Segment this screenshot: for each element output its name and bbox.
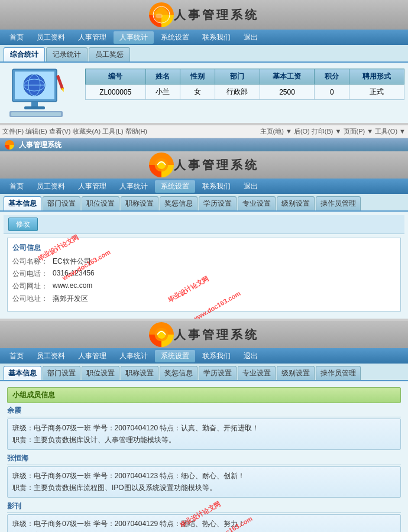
table-row[interactable]: ZL000005 小兰 女 行政部 2500 0 正式 [86, 85, 404, 100]
nav-employee-3[interactable]: 员工资料 [31, 350, 71, 362]
col-salary: 基本工资 [260, 69, 315, 85]
nav-hr-2[interactable]: 人事管理 [72, 180, 112, 193]
member-1: 张恒海 班级：电子商务07级一班 学号：20070404123 特点：细心、耐心… [7, 453, 401, 498]
panel-2: 文件(F) 编辑(E) 查看(V) 收藏夹(A) 工具(L) 帮助(H) 主页(… [0, 125, 408, 319]
tab-basic-info-3[interactable]: 基本信息 [4, 366, 41, 380]
tab-major-3[interactable]: 专业设置 [238, 366, 276, 380]
info-value-3: 燕郊开发区 [53, 294, 88, 304]
col-type: 聘用形式 [349, 69, 404, 85]
member-0: 余霞 班级：电子商务07级一班 学号：20070404120 特点：认真、勤奋、… [7, 406, 401, 450]
info-row-0: 公司名称： EC软件公司 [12, 257, 396, 267]
svg-rect-8 [31, 102, 38, 106]
cell-dept: 行政部 [215, 85, 260, 100]
col-name: 姓名 [145, 69, 180, 85]
col-dept: 部门 [215, 69, 260, 85]
navbar-2: 首页 员工资料 人事管理 人事统计 系统设置 联系我们 退出 [0, 179, 408, 194]
info-label-1: 公司电话： [12, 269, 48, 279]
header-title-1: 人事管理系统 [174, 7, 259, 23]
titlebar-text: 人事管理系统 [19, 140, 61, 150]
nav-home-2[interactable]: 首页 [4, 180, 30, 193]
info-value-0: EC软件公司 [53, 257, 91, 267]
col-id: 编号 [86, 69, 146, 85]
nav-contact-1[interactable]: 联系我们 [196, 31, 237, 44]
tab-edu[interactable]: 学历设置 [199, 196, 237, 210]
nav-contact-2[interactable]: 联系我们 [196, 180, 237, 193]
employee-table: 编号 姓名 性别 部门 基本工资 积分 聘用形式 ZL000005 小兰 女 行 [85, 69, 404, 100]
content-3: 小组成员信息 余霞 班级：电子商务07级一班 学号：20070404120 特点… [0, 381, 408, 532]
top-content-1: 编号 姓名 性别 部门 基本工资 积分 聘用形式 ZL000005 小兰 女 行 [0, 63, 408, 123]
nav-settings-1[interactable]: 系统设置 [155, 31, 195, 44]
tab-operator-3[interactable]: 操作员管理 [316, 366, 361, 380]
tab-title-3[interactable]: 职称设置 [121, 366, 158, 380]
nav-hr-1[interactable]: 人事管理 [72, 31, 112, 44]
company-info-box: 公司信息 公司名称： EC软件公司 公司电话： 0316-123456 公司网址… [7, 238, 401, 312]
titlebar: 人事管理系统 [0, 138, 408, 151]
nav-employee-2[interactable]: 员工资料 [31, 180, 71, 193]
browser-bar: 文件(F) 编辑(E) 查看(V) 收藏夹(A) 工具(L) 帮助(H) 主页(… [0, 125, 408, 138]
cell-gender: 女 [180, 85, 215, 100]
nav-stats-1[interactable]: 人事统计 [114, 31, 154, 44]
panel-1: 人事管理系统 首页 员工资料 人事管理 人事统计 系统设置 联系我们 退出 综合… [0, 0, 408, 123]
svg-rect-9 [24, 106, 45, 109]
nav-contact-3[interactable]: 联系我们 [196, 350, 237, 362]
nav-settings-2[interactable]: 系统设置 [155, 180, 195, 193]
company-info-title: 公司信息 [12, 243, 396, 253]
tab-title[interactable]: 职称设置 [121, 196, 158, 210]
navbar-3: 首页 员工资料 人事管理 人事统计 系统设置 联系我们 退出 [0, 348, 408, 364]
tab-position-3[interactable]: 职位设置 [82, 366, 119, 380]
header-1: 人事管理系统 [0, 0, 408, 30]
tab-rewards3[interactable]: 奖惩信息 [160, 366, 197, 380]
table-area-1: 编号 姓名 性别 部门 基本工资 积分 聘用形式 ZL000005 小兰 女 行 [85, 66, 404, 119]
image-area-1 [4, 66, 80, 119]
cell-name: 小兰 [145, 85, 180, 100]
nav-stats-3[interactable]: 人事统计 [114, 350, 154, 362]
header-title-2: 人事管理系统 [174, 157, 259, 173]
tab-dept[interactable]: 部门设置 [43, 196, 80, 210]
svg-rect-11 [11, 112, 61, 116]
tab-edu-3[interactable]: 学历设置 [199, 366, 237, 380]
nav-settings-3[interactable]: 系统设置 [155, 350, 195, 362]
member-detail-0: 班级：电子商务07级一班 学号：20070404120 特点：认真、勤奋、开拓进… [7, 419, 401, 450]
member-detail-1: 班级：电子商务07级一班 学号：20070404123 特点：细心、耐心、创新！… [7, 466, 401, 498]
cell-points: 0 [315, 85, 349, 100]
nav-home-1[interactable]: 首页 [4, 31, 30, 44]
logo-2 [5, 140, 14, 150]
col-points: 积分 [315, 69, 349, 85]
tab-level-3[interactable]: 级别设置 [277, 366, 315, 380]
tab-level[interactable]: 级别设置 [277, 196, 315, 210]
tab-records[interactable]: 记录统计 [46, 47, 88, 61]
nav-hr-3[interactable]: 人事管理 [72, 350, 112, 362]
info-value-1: 0316-123456 [53, 269, 95, 279]
tab-position[interactable]: 职位设置 [82, 196, 119, 210]
browser-menu: 文件(F) 编辑(E) 查看(V) 收藏夹(A) 工具(L) 帮助(H) [2, 127, 147, 136]
browser-right: 主页(地) ▼ 后(O) 打印(B) ▼ 页面(P) ▼ 工具(O) ▼ [260, 127, 406, 136]
info-value-2: www.ec.com [53, 281, 92, 291]
computer-icon [7, 66, 77, 119]
nav-logout-3[interactable]: 退出 [238, 350, 264, 362]
member-name-0: 余霞 [7, 406, 401, 417]
tabbar-3: 基本信息 部门设置 职位设置 职称设置 奖惩信息 学历设置 专业设置 级别设置 … [0, 364, 408, 381]
tabbar-1: 综合统计 记录统计 员工奖惩 [0, 45, 408, 63]
cell-type: 正式 [349, 85, 404, 100]
nav-logout-2[interactable]: 退出 [238, 180, 264, 193]
tab-basic-info[interactable]: 基本信息 [4, 196, 41, 210]
tab-rewards[interactable]: 员工奖惩 [89, 47, 130, 61]
nav-employee-1[interactable]: 员工资料 [31, 31, 71, 44]
tab-major[interactable]: 专业设置 [238, 196, 276, 210]
tab-integrated[interactable]: 综合统计 [4, 47, 45, 61]
tab-dept-3[interactable]: 部门设置 [43, 366, 80, 380]
svg-point-1 [156, 14, 163, 18]
info-label-3: 公司地址： [12, 294, 48, 304]
col-gender: 性别 [180, 69, 215, 85]
modify-button[interactable]: 修改 [8, 218, 38, 231]
nav-logout-1[interactable]: 退出 [238, 31, 264, 44]
tab-operator[interactable]: 操作员管理 [316, 196, 361, 210]
nav-home-3[interactable]: 首页 [4, 350, 30, 362]
member-line2-2: 职责：主要负责需求分析、代码设计和员工资料功能模块等。 [12, 530, 396, 532]
logo-1 [149, 2, 174, 27]
info-row-1: 公司电话： 0316-123456 [12, 269, 396, 279]
nav-stats-2[interactable]: 人事统计 [114, 180, 154, 193]
svg-rect-12 [56, 75, 64, 90]
tab-rewards2[interactable]: 奖惩信息 [160, 196, 197, 210]
member-line2-0: 职责：主要负责数据库设计、人事管理功能模块等。 [12, 434, 396, 446]
